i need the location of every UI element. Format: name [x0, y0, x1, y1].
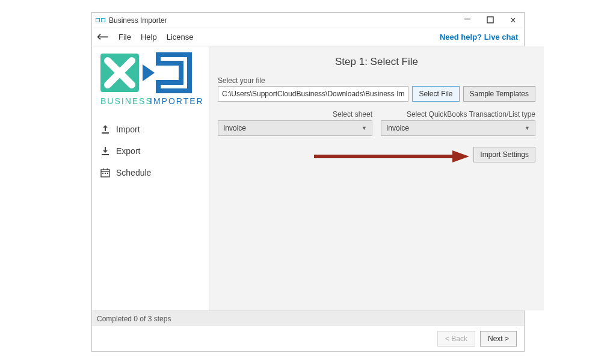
window-title: Business Importer — [109, 16, 167, 25]
app-window: Business Importer – × 🡐 File Help Licens… — [91, 12, 525, 352]
qb-type-value: Invoice — [386, 124, 409, 132]
select-sheet-label: Select sheet — [218, 110, 372, 119]
status-bar: Completed 0 of 3 steps — [92, 310, 524, 326]
select-file-label: Select your file — [218, 76, 535, 85]
titlebar: Business Importer – × — [92, 13, 524, 28]
maximize-button[interactable] — [483, 16, 497, 25]
menubar: 🡐 File Help License Need help? Live chat — [92, 28, 524, 46]
svg-marker-13 — [452, 150, 469, 162]
menu-help[interactable]: Help — [136, 30, 162, 44]
sheet-type-row: Select sheet Invoice ▼ Select QuickBooks… — [218, 110, 535, 136]
sidebar-item-import[interactable]: Import — [98, 119, 203, 140]
svg-rect-9 — [102, 173, 103, 174]
sidebar-item-schedule[interactable]: Schedule — [98, 162, 203, 184]
sidebar-item-label: Import — [116, 125, 140, 134]
minimize-button[interactable]: – — [460, 14, 475, 22]
back-arrow-icon[interactable]: 🡐 — [97, 30, 109, 44]
close-button[interactable]: × — [506, 16, 520, 25]
main-panel: Step 1: Select File Select your file C:\… — [209, 46, 544, 310]
next-button[interactable]: Next > — [480, 331, 517, 347]
app-icon — [96, 18, 105, 22]
svg-rect-0 — [487, 17, 493, 23]
back-button[interactable]: < Back — [437, 331, 475, 347]
logo: BUSINESS IMPORTER — [92, 46, 209, 115]
select-sheet-dropdown[interactable]: Invoice ▼ — [218, 120, 372, 136]
svg-rect-8 — [107, 168, 108, 170]
svg-text:IMPORTER: IMPORTER — [150, 96, 203, 106]
svg-rect-11 — [107, 173, 108, 174]
side-nav: Import Export Schedule — [92, 115, 209, 187]
svg-marker-2 — [143, 64, 155, 81]
qb-type-dropdown[interactable]: Invoice ▼ — [381, 120, 535, 136]
sidebar-item-label: Export — [116, 146, 140, 156]
menu-license[interactable]: License — [162, 30, 199, 44]
qb-type-label: Select QuickBooks Transaction/List type — [381, 110, 535, 119]
import-settings-button[interactable]: Import Settings — [473, 147, 535, 162]
import-settings-row: Import Settings — [218, 147, 535, 162]
chevron-down-icon: ▼ — [525, 125, 530, 131]
sample-templates-button[interactable]: Sample Templates — [463, 86, 536, 102]
window-controls: – × — [460, 16, 520, 25]
sidebar-item-label: Schedule — [116, 168, 151, 177]
annotation-arrow — [314, 149, 470, 164]
calendar-icon — [100, 168, 110, 177]
svg-text:BUSINESS: BUSINESS — [100, 96, 153, 106]
download-icon — [100, 146, 110, 156]
help-live-chat-link[interactable]: Need help? Live chat — [440, 32, 518, 42]
select-sheet-value: Invoice — [223, 124, 246, 132]
file-path-input[interactable]: C:\Users\SupportCloudBusiness\Downloads\… — [218, 86, 408, 102]
status-text: Completed 0 of 3 steps — [97, 315, 171, 323]
upload-icon — [100, 125, 110, 134]
body: BUSINESS IMPORTER Import Export Schedule — [92, 46, 524, 310]
sidebar: BUSINESS IMPORTER Import Export Schedule — [92, 46, 209, 310]
file-row: C:\Users\SupportCloudBusiness\Downloads\… — [218, 86, 535, 102]
svg-rect-7 — [103, 168, 104, 170]
wizard-buttons: < Back Next > — [92, 326, 524, 351]
chevron-down-icon: ▼ — [362, 125, 367, 131]
svg-rect-10 — [105, 173, 106, 174]
select-file-button[interactable]: Select File — [412, 86, 459, 102]
sidebar-item-export[interactable]: Export — [98, 140, 203, 162]
step-title: Step 1: Select File — [218, 56, 535, 68]
menu-file[interactable]: File — [114, 30, 136, 44]
